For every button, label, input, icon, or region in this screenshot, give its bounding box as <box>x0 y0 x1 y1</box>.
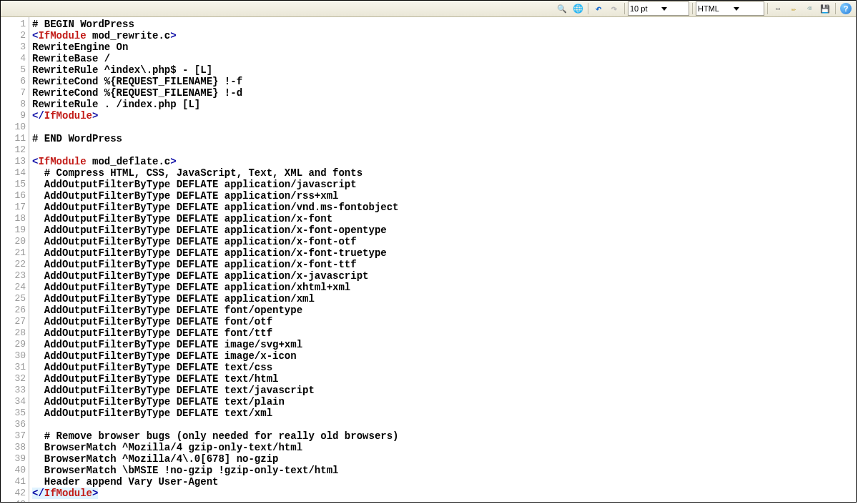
code-line[interactable]: </IfModule> <box>32 488 98 499</box>
line-number: 28 <box>1 327 26 339</box>
line-number: 4 <box>1 53 26 64</box>
code-line[interactable]: AddOutputFilterByType DEFLATE image/x-ic… <box>32 350 856 362</box>
line-number: 34 <box>1 396 26 407</box>
line-number: 2 <box>1 30 26 41</box>
line-number: 14 <box>1 167 26 179</box>
code-line[interactable]: # Remove browser bugs (only needed for r… <box>32 430 856 442</box>
code-line[interactable]: AddOutputFilterByType DEFLATE applicatio… <box>32 247 856 259</box>
line-number: 33 <box>1 385 26 396</box>
help-icon: ? <box>840 3 852 14</box>
code-line[interactable]: RewriteCond %{REQUEST_FILENAME} !-f <box>32 76 856 87</box>
line-number: 17 <box>1 202 26 213</box>
font-size-value: 10 pt <box>630 4 647 13</box>
code-line[interactable]: # Compress HTML, CSS, JavaScript, Text, … <box>32 167 856 179</box>
line-number: 27 <box>1 316 26 327</box>
line-number: 16 <box>1 190 26 202</box>
separator <box>835 3 836 14</box>
line-number: 11 <box>1 133 26 144</box>
code-line[interactable]: AddOutputFilterByType DEFLATE font/otf <box>32 316 856 327</box>
find-icon[interactable] <box>555 2 569 15</box>
code-line[interactable]: AddOutputFilterByType DEFLATE applicatio… <box>32 293 856 305</box>
help-button[interactable]: ? <box>839 2 853 15</box>
code-line[interactable]: AddOutputFilterByType DEFLATE text/css <box>32 362 856 373</box>
code-line[interactable]: AddOutputFilterByType DEFLATE text/html <box>32 373 856 385</box>
line-number: 29 <box>1 339 26 350</box>
code-line[interactable]: RewriteCond %{REQUEST_FILENAME} !-d <box>32 87 856 99</box>
code-line[interactable] <box>32 419 856 430</box>
code-line[interactable]: BrowserMatch ^Mozilla/4\.0[678] no-gzip <box>32 453 856 465</box>
code-line[interactable]: AddOutputFilterByType DEFLATE applicatio… <box>32 224 856 236</box>
code-line[interactable]: AddOutputFilterByType DEFLATE applicatio… <box>32 190 856 202</box>
separator <box>588 3 588 14</box>
code-line[interactable] <box>32 499 856 502</box>
line-number: 25 <box>1 293 26 305</box>
code-line[interactable]: AddOutputFilterByType DEFLATE text/plain <box>32 396 856 407</box>
line-number: 39 <box>1 453 26 465</box>
code-line[interactable]: AddOutputFilterByType DEFLATE applicatio… <box>32 213 856 224</box>
separator <box>692 3 693 14</box>
editor-window: 10 pt HTML ? 123456789101112131415161718… <box>0 0 857 503</box>
language-select[interactable]: HTML <box>696 1 764 16</box>
code-line[interactable]: BrowserMatch \bMSIE !no-gzip !gzip-only-… <box>32 465 856 476</box>
line-number: 37 <box>1 430 26 442</box>
line-number: 38 <box>1 442 26 453</box>
eraser-icon[interactable] <box>802 2 817 15</box>
separator <box>767 3 768 14</box>
line-number: 23 <box>1 270 26 282</box>
globe-icon[interactable] <box>571 2 585 15</box>
code-line[interactable]: AddOutputFilterByType DEFLATE applicatio… <box>32 236 856 247</box>
line-number: 13 <box>1 156 26 167</box>
language-value: HTML <box>698 4 719 13</box>
line-number: 36 <box>1 419 26 430</box>
line-number: 10 <box>1 122 26 133</box>
code-line[interactable]: AddOutputFilterByType DEFLATE text/javas… <box>32 385 856 396</box>
code-line[interactable]: RewriteRule ^index\.php$ - [L] <box>32 64 856 76</box>
line-number: 8 <box>1 99 26 110</box>
code-line[interactable]: BrowserMatch ^Mozilla/4 gzip-only-text/h… <box>32 442 856 453</box>
code-pane[interactable]: # BEGIN WordPress<IfModule mod_rewrite.c… <box>29 17 856 502</box>
code-line[interactable]: Header append Vary User-Agent <box>32 476 856 488</box>
code-line[interactable]: AddOutputFilterByType DEFLATE image/svg+… <box>32 339 856 350</box>
code-line[interactable]: RewriteBase / <box>32 53 856 64</box>
line-number: 12 <box>1 144 26 156</box>
line-number-gutter: 1234567891011121314151617181920212223242… <box>1 17 29 502</box>
line-number: 19 <box>1 224 26 236</box>
editor-area: 1234567891011121314151617181920212223242… <box>1 17 856 502</box>
code-line[interactable]: AddOutputFilterByType DEFLATE font/opent… <box>32 305 856 316</box>
line-number: 32 <box>1 373 26 385</box>
line-number: 20 <box>1 236 26 247</box>
code-line[interactable]: AddOutputFilterByType DEFLATE applicatio… <box>32 179 856 190</box>
code-line[interactable]: # END WordPress <box>32 133 856 144</box>
line-number: 6 <box>1 76 26 87</box>
line-number: 30 <box>1 350 26 362</box>
line-number: 3 <box>1 41 26 53</box>
chevron-down-icon <box>734 7 739 11</box>
code-line[interactable]: AddOutputFilterByType DEFLATE applicatio… <box>32 282 856 293</box>
code-line[interactable]: <IfModule mod_deflate.c> <box>32 156 856 167</box>
code-line[interactable]: AddOutputFilterByType DEFLATE applicatio… <box>32 270 856 282</box>
code-line[interactable] <box>32 144 856 156</box>
undo-icon[interactable] <box>591 2 606 15</box>
code-line[interactable]: # BEGIN WordPress <box>32 19 856 30</box>
save-icon[interactable] <box>818 2 832 15</box>
line-number: 43 <box>1 499 26 502</box>
highlight-icon[interactable] <box>771 2 785 15</box>
code-line[interactable] <box>32 122 856 133</box>
line-number: 41 <box>1 476 26 488</box>
code-line[interactable]: AddOutputFilterByType DEFLATE applicatio… <box>32 259 856 270</box>
code-line[interactable]: </IfModule> <box>32 110 856 122</box>
line-number: 15 <box>1 179 26 190</box>
redo-icon[interactable] <box>607 2 621 15</box>
code-line[interactable]: AddOutputFilterByType DEFLATE text/xml <box>32 407 856 419</box>
line-number: 42 <box>1 488 26 499</box>
chevron-down-icon <box>661 7 667 11</box>
font-size-select[interactable]: 10 pt <box>628 1 689 16</box>
marker-icon[interactable] <box>786 2 801 15</box>
code-line[interactable]: RewriteEngine On <box>32 41 856 53</box>
code-line[interactable]: RewriteRule . /index.php [L] <box>32 99 856 110</box>
line-number: 24 <box>1 282 26 293</box>
code-line[interactable]: AddOutputFilterByType DEFLATE font/ttf <box>32 327 856 339</box>
code-line[interactable]: <IfModule mod_rewrite.c> <box>32 30 856 41</box>
code-line[interactable]: AddOutputFilterByType DEFLATE applicatio… <box>32 202 856 213</box>
line-number: 1 <box>1 19 26 30</box>
